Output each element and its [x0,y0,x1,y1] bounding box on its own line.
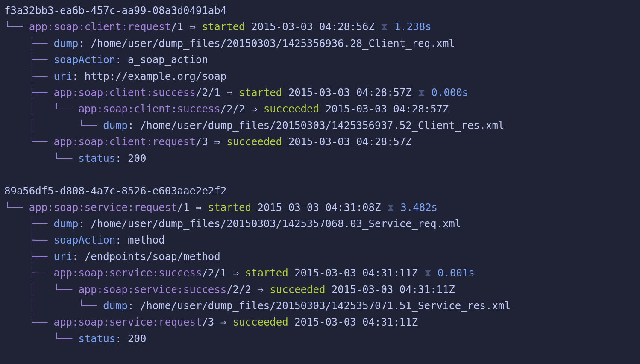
hourglass-icon: ⧗ [381,21,388,33]
attribute-key: status [78,333,115,345]
event-line: └── app:soap:client:request/3 ⇒ succeede… [4,134,636,150]
attribute-value: : http://example.org/soap [72,70,226,82]
attribute-value: : /home/user/dump_files/20150303/1425356… [78,38,455,50]
tree-branch-icon: ├── [4,38,54,50]
attribute-line: └── status: 200 [4,331,636,347]
arrow-icon: ⇒ [196,202,208,214]
tree-branch-icon: │ └── [4,103,78,115]
hourglass-icon: ⧗ [424,267,432,279]
trace-uuid: 89a56df5-d808-4a7c-8526-e603aae2e2f2 [4,185,226,197]
event-timestamp: 2015-03-03 04:28:57Z [319,103,449,115]
arrow-icon: ⇒ [220,316,233,328]
event-timestamp: 2015-03-03 04:31:11Z [288,316,418,328]
event-line: └── app:soap:service:request/3 ⇒ succeed… [4,314,636,330]
event-line: │ └── app:soap:client:success/2/2 ⇒ succ… [4,101,636,117]
tree-branch-icon: │ └── [4,120,103,132]
hourglass-icon: ⧗ [387,202,394,214]
event-state: succeeded [226,136,282,148]
event-sequence: /3 [202,316,220,328]
event-duration: 0.000s [432,87,469,99]
event-state: started [202,21,245,33]
event-name: app:soap:client:success [54,87,196,99]
attribute-line: ├── soapAction: method [4,232,636,248]
event-state: succeeded [264,103,319,115]
arrow-icon: ⇒ [233,267,245,279]
event-name: app:soap:service:request [54,316,202,328]
attribute-value: : 200 [115,333,146,345]
event-name: app:soap:service:success [54,267,202,279]
tree-branch-icon: └── [4,21,29,33]
tree-branch-icon: ├── [4,70,54,82]
event-sequence: /3 [196,136,214,148]
attribute-line: ├── soapAction: a_soap_action [4,52,636,68]
event-sequence: /2/2 [226,284,257,296]
event-name: app:soap:client:request [29,21,171,33]
attribute-line: │ └── dump: /home/user/dump_files/201503… [4,298,636,314]
event-duration: 1.238s [394,21,432,33]
attribute-key: dump [54,38,79,50]
attribute-value: : /home/user/dump_files/20150303/1425357… [78,218,461,230]
event-sequence: /1 [171,21,189,33]
event-name: app:soap:client:success [78,103,220,115]
attribute-key: soapAction [54,234,116,246]
attribute-key: dump [54,218,79,230]
event-timestamp: 2015-03-03 04:28:57Z [282,87,411,99]
event-line: ├── app:soap:client:success/2/1 ⇒ starte… [4,85,636,101]
event-timestamp: 2015-03-03 04:31:08Z [251,202,381,214]
attribute-key: soapAction [54,54,116,66]
attribute-key: dump [103,300,128,312]
tree-branch-icon: ├── [4,87,54,99]
trace-uuid: f3a32bb3-ea6b-457c-aa99-08a3d0491ab4 [4,5,226,17]
hourglass-icon: ⧗ [418,87,425,99]
event-sequence: /2/2 [220,103,251,115]
trace-uuid-line: f3a32bb3-ea6b-457c-aa99-08a3d0491ab4 [4,3,636,19]
tree-branch-icon: ├── [4,54,54,66]
event-timestamp: 2015-03-03 04:28:57Z [282,136,411,148]
log-output: f3a32bb3-ea6b-457c-aa99-08a3d0491ab4└── … [0,0,640,351]
event-state: succeeded [270,284,325,296]
attribute-key: dump [103,120,128,132]
event-sequence: /1 [177,202,196,214]
event-line: └── app:soap:service:request/1 ⇒ started… [4,200,636,216]
event-state: started [239,87,282,99]
attribute-key: uri [54,251,72,263]
attribute-key: uri [54,70,72,82]
tree-branch-icon: └── [4,202,29,214]
event-line: ├── app:soap:service:success/2/1 ⇒ start… [4,265,636,281]
arrow-icon: ⇒ [190,21,202,33]
arrow-icon: ⇒ [214,136,226,148]
attribute-key: status [78,153,115,164]
attribute-value: : /home/user/dump_files/20150303/1425357… [128,300,511,312]
tree-branch-icon: ├── [4,234,54,246]
attribute-value: : /home/user/dump_files/20150303/1425356… [128,120,504,132]
attribute-line: │ └── dump: /home/user/dump_files/201503… [4,117,636,134]
event-state: started [245,267,288,279]
blank-line [4,167,636,183]
attribute-line: ├── uri: /endpoints/soap/method [4,249,636,265]
tree-branch-icon: └── [4,136,54,148]
event-name: app:soap:service:success [78,284,226,296]
event-state: succeeded [233,316,288,328]
event-sequence: /2/1 [202,267,232,279]
event-duration: 0.001s [437,267,475,279]
tree-branch-icon: └── [4,153,78,164]
attribute-line: ├── dump: /home/user/dump_files/20150303… [4,35,636,52]
attribute-value: : method [115,234,165,246]
arrow-icon: ⇒ [226,87,239,99]
tree-branch-icon: │ └── [4,300,103,312]
arrow-icon: ⇒ [257,284,270,296]
event-line: │ └── app:soap:service:success/2/2 ⇒ suc… [4,282,636,298]
attribute-value: : /endpoints/soap/method [72,251,220,263]
attribute-line: ├── dump: /home/user/dump_files/20150303… [4,216,636,232]
tree-branch-icon: ├── [4,218,54,230]
tree-branch-icon: ├── [4,267,54,279]
tree-branch-icon: │ └── [4,284,78,296]
trace-uuid-line: 89a56df5-d808-4a7c-8526-e603aae2e2f2 [4,183,636,199]
event-timestamp: 2015-03-03 04:28:56Z [245,21,375,33]
event-timestamp: 2015-03-03 04:31:11Z [288,267,418,279]
event-sequence: /2/1 [196,87,226,99]
arrow-icon: ⇒ [251,103,264,115]
event-name: app:soap:client:request [54,136,196,148]
event-timestamp: 2015-03-03 04:31:11Z [325,284,455,296]
event-line: └── app:soap:client:request/1 ⇒ started … [4,19,636,35]
